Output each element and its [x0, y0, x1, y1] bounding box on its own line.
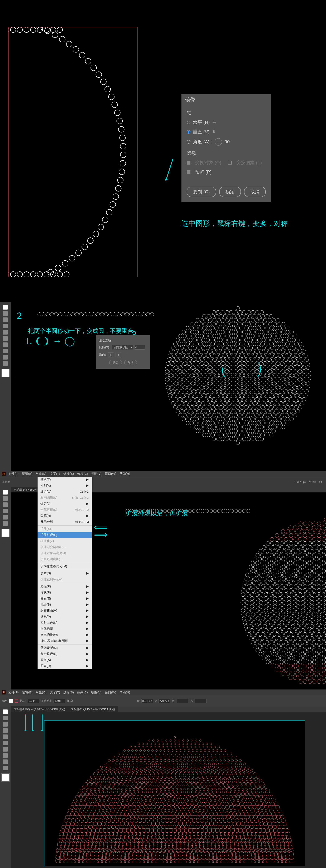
- rotate-tool-icon[interactable]: [3, 753, 8, 758]
- menu-item[interactable]: 对象(O): [34, 471, 48, 476]
- menu-item[interactable]: 对象(O): [34, 690, 48, 695]
- fill-swatch-icon[interactable]: [9, 699, 13, 703]
- menu-item[interactable]: 拼合透明度(F)...: [37, 556, 92, 562]
- cancel-button[interactable]: 取消: [244, 187, 266, 197]
- menu-item[interactable]: 文件(F): [7, 471, 20, 476]
- spacing-select[interactable]: 指定的步数: [112, 345, 133, 350]
- type-tool-icon[interactable]: [3, 324, 8, 328]
- stroke-width-input[interactable]: [28, 699, 39, 703]
- menu-item[interactable]: 设为像素级优化(M): [37, 563, 92, 569]
- menu-item[interactable]: 视图(V): [89, 690, 103, 695]
- direct-select-icon[interactable]: [3, 311, 8, 316]
- menu-item[interactable]: 创建渐变网格(D)...: [37, 544, 92, 550]
- menu-item[interactable]: 视图(V): [89, 471, 103, 476]
- fill-stroke-swatch[interactable]: [1, 369, 9, 377]
- type-tool-icon[interactable]: [3, 728, 8, 733]
- fill-stroke-swatch[interactable]: [1, 773, 9, 781]
- menu-item[interactable]: 选择(S): [62, 690, 76, 695]
- menu-item[interactable]: 取消编组(U)Shift+Ctrl+G: [37, 495, 92, 501]
- cancel-button[interactable]: 取消: [124, 360, 137, 365]
- menu-item[interactable]: 锁定(L)▶: [37, 501, 92, 507]
- menu-item[interactable]: 图像描摹▶: [37, 626, 92, 632]
- menu-item[interactable]: 文件(F): [7, 690, 20, 695]
- menu-item[interactable]: 封套扭曲(V)▶: [37, 608, 92, 614]
- menu-item[interactable]: 扩展外观(E): [37, 532, 92, 538]
- menu-item[interactable]: 文本绕排(W)▶: [37, 632, 92, 638]
- menu-item[interactable]: 效果(C): [76, 471, 89, 476]
- pen-tool-icon[interactable]: [3, 502, 8, 507]
- ok-button[interactable]: 确定: [109, 360, 122, 365]
- menu-item[interactable]: 图案(E)▶: [37, 595, 92, 601]
- menu-item[interactable]: 透视(P)▶: [37, 614, 92, 620]
- menu-item[interactable]: 编组(G)Ctrl+G: [37, 489, 92, 495]
- w-input[interactable]: [177, 699, 188, 703]
- menu-item[interactable]: 显示全部Alt+Ctrl+3: [37, 519, 92, 525]
- rotate-tool-icon[interactable]: [3, 349, 8, 353]
- document-tab[interactable]: 未标题-1* @ 150% (RGB/GPU 预览): [68, 706, 118, 712]
- menu-item[interactable]: 路径(P)▶: [37, 584, 92, 589]
- checkbox-transform-pat[interactable]: [228, 161, 232, 164]
- menu-item[interactable]: 剪切蒙版(M)▶: [37, 645, 92, 651]
- orient-align-icon[interactable]: ⊪: [108, 352, 114, 358]
- opacity-input[interactable]: [54, 699, 65, 703]
- h-input[interactable]: [195, 699, 207, 703]
- menu-item[interactable]: 图表(R)▶: [37, 663, 92, 669]
- checkbox-preview[interactable]: [187, 170, 190, 174]
- menu-item[interactable]: 窗口(W): [103, 690, 118, 695]
- brush-tool-icon[interactable]: [3, 336, 8, 341]
- menu-item[interactable]: 画板(A)▶: [37, 657, 92, 663]
- menu-item[interactable]: 实时上色(N)▶: [37, 620, 92, 626]
- pen-tool-icon[interactable]: [3, 317, 8, 322]
- menu-item[interactable]: 创建对象马赛克(J)...: [37, 550, 92, 556]
- y-input[interactable]: [159, 699, 170, 703]
- menu-item[interactable]: 混合(B)▶: [37, 601, 92, 608]
- document-tab[interactable]: 未标题-1原稿.ai @ 100% (RGB/GPU 预览): [11, 706, 68, 712]
- eraser-tool-icon[interactable]: [3, 747, 8, 751]
- menu-item[interactable]: 编辑(E): [20, 690, 34, 695]
- shape-tool-icon[interactable]: [3, 330, 8, 335]
- scale-tool-icon[interactable]: [3, 760, 8, 764]
- x-input[interactable]: [141, 699, 153, 703]
- gradient-tool-icon[interactable]: [3, 766, 8, 770]
- type-tool-icon[interactable]: [3, 509, 8, 513]
- menu-item[interactable]: 变换(T)▶: [37, 476, 92, 483]
- orient-path-icon[interactable]: ⟡: [115, 352, 121, 358]
- menu-item[interactable]: 文字(T): [48, 471, 62, 476]
- spacing-input[interactable]: [135, 345, 145, 349]
- checkbox-transform-obj[interactable]: [187, 161, 190, 164]
- canvas[interactable]: [11, 712, 326, 868]
- selection-tool-icon[interactable]: [3, 710, 8, 714]
- menu-item[interactable]: 复合路径(O)▶: [37, 651, 92, 657]
- menu-item[interactable]: 帮助(H): [118, 690, 132, 695]
- shape-tool-icon[interactable]: [3, 515, 8, 520]
- eyedropper-icon[interactable]: [3, 361, 8, 366]
- menu-item[interactable]: 形状(P)▶: [37, 589, 92, 595]
- selection-tool-icon[interactable]: [3, 305, 8, 310]
- menu-item[interactable]: Line 和 Sketch 图稿▶: [37, 638, 92, 644]
- menu-item[interactable]: 栅格化(Z)...: [37, 538, 92, 544]
- radio-horizontal[interactable]: 水平 (H)⇋: [187, 119, 266, 126]
- menu-item[interactable]: 创建裁切标记(C): [37, 577, 92, 582]
- menu-item[interactable]: 效果(C): [76, 690, 89, 695]
- stroke-swatch-icon[interactable]: [15, 699, 18, 703]
- radio-vertical[interactable]: 垂直 (V)⥮: [187, 129, 266, 135]
- copy-button[interactable]: 复制 (C): [187, 187, 216, 197]
- brush-tool-icon[interactable]: [3, 741, 8, 745]
- selection-tool-icon[interactable]: [3, 490, 8, 495]
- shape-tool-icon[interactable]: [3, 735, 8, 739]
- menu-item[interactable]: 隐藏(H)▶: [37, 513, 92, 519]
- radio-angle[interactable]: 角度 (A) :90°: [187, 138, 266, 146]
- eraser-tool-icon[interactable]: [3, 342, 8, 347]
- menu-item[interactable]: 窗口(W): [103, 471, 118, 476]
- menu-item[interactable]: 编辑(E): [20, 471, 34, 476]
- menu-item[interactable]: 文字(T): [48, 690, 62, 695]
- menu-item[interactable]: 排列(A)▶: [37, 483, 92, 489]
- fill-stroke-swatch[interactable]: [1, 529, 9, 537]
- menu-item[interactable]: 选择(S): [62, 471, 76, 476]
- brush-tool-icon[interactable]: [3, 521, 8, 526]
- direct-select-icon[interactable]: [3, 716, 8, 720]
- pen-tool-icon[interactable]: [3, 722, 8, 726]
- gradient-tool-icon[interactable]: [3, 355, 8, 360]
- menu-item[interactable]: 扩展(X)...: [37, 526, 92, 532]
- menu-item[interactable]: 全部解锁(K)Alt+Ctrl+2: [37, 507, 92, 513]
